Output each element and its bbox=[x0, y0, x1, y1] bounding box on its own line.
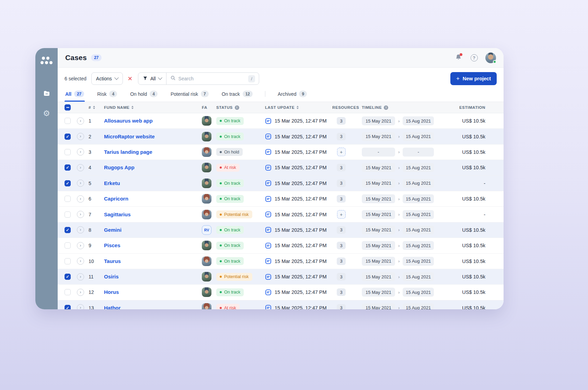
row-checkbox[interactable] bbox=[65, 211, 71, 218]
fund-name-link[interactable]: Sagittarius bbox=[104, 211, 131, 217]
expand-row-button[interactable]: › bbox=[77, 148, 84, 156]
row-checkbox[interactable]: ✓ bbox=[65, 134, 71, 140]
fund-name-link[interactable]: Hathor bbox=[104, 305, 120, 309]
timeline-end-chip[interactable]: 15 Aug 2021 bbox=[403, 163, 434, 172]
expand-row-button[interactable]: › bbox=[77, 133, 84, 140]
timeline-start-chip[interactable]: 15 May 2021 bbox=[362, 194, 395, 203]
note-icon[interactable] bbox=[265, 133, 272, 140]
user-avatar[interactable] bbox=[485, 53, 496, 63]
column-header-num[interactable]: # bbox=[89, 105, 104, 110]
fund-name-link[interactable]: Tarius landing page bbox=[104, 149, 152, 155]
note-icon[interactable] bbox=[265, 118, 272, 124]
note-icon[interactable] bbox=[265, 164, 272, 171]
tab-on-hold[interactable]: On hold4 bbox=[129, 91, 158, 102]
timeline-start-chip[interactable]: - bbox=[362, 148, 395, 157]
timeline-end-chip[interactable]: 15 Aug 2021 bbox=[403, 132, 434, 141]
expand-row-button[interactable]: › bbox=[77, 164, 84, 171]
expand-row-button[interactable]: › bbox=[77, 226, 84, 233]
add-resource-button[interactable]: + bbox=[337, 148, 346, 156]
column-header-fund-name[interactable]: FUND NAME bbox=[104, 105, 202, 110]
select-all-checkbox[interactable] bbox=[65, 104, 71, 111]
timeline-end-chip[interactable]: 15 Aug 2021 bbox=[403, 210, 434, 219]
sidebar-item-settings[interactable]: ⚙ bbox=[40, 106, 54, 120]
expand-row-button[interactable]: › bbox=[77, 289, 84, 296]
timeline-end-chip[interactable]: 15 Aug 2021 bbox=[403, 272, 434, 281]
row-checkbox[interactable] bbox=[65, 258, 71, 264]
timeline-start-chip[interactable]: 15 May 2021 bbox=[362, 303, 395, 309]
expand-row-button[interactable]: › bbox=[77, 273, 84, 280]
timeline-start-chip[interactable]: 15 May 2021 bbox=[362, 226, 395, 234]
app-logo[interactable] bbox=[41, 56, 53, 66]
timeline-end-chip[interactable]: 15 Aug 2021 bbox=[403, 288, 434, 297]
search-input[interactable] bbox=[178, 76, 245, 81]
timeline-end-chip[interactable]: 15 Aug 2021 bbox=[403, 303, 434, 309]
help-button[interactable]: ? bbox=[470, 53, 479, 62]
fund-name-link[interactable]: Pisces bbox=[104, 242, 120, 248]
timeline-start-chip[interactable]: 15 May 2021 bbox=[362, 241, 395, 250]
note-icon[interactable] bbox=[265, 274, 272, 280]
info-icon[interactable]: i bbox=[235, 105, 239, 110]
fund-name-link[interactable]: Allosaurus web app bbox=[104, 118, 153, 124]
row-checkbox[interactable] bbox=[65, 196, 71, 202]
row-checkbox[interactable]: ✓ bbox=[65, 180, 71, 186]
fund-name-link[interactable]: Gemini bbox=[104, 227, 122, 233]
timeline-start-chip[interactable]: 15 May 2021 bbox=[362, 210, 395, 219]
timeline-start-chip[interactable]: 15 May 2021 bbox=[362, 116, 395, 125]
row-checkbox[interactable]: ✓ bbox=[65, 274, 71, 280]
timeline-end-chip[interactable]: 15 Aug 2021 bbox=[403, 226, 434, 234]
timeline-start-chip[interactable]: 15 May 2021 bbox=[362, 257, 395, 266]
fund-name-link[interactable]: MicroRaptor website bbox=[104, 134, 155, 139]
timeline-start-chip[interactable]: 15 May 2021 bbox=[362, 288, 395, 297]
row-checkbox[interactable]: ✓ bbox=[65, 164, 71, 171]
row-checkbox[interactable] bbox=[65, 242, 71, 249]
expand-row-button[interactable]: › bbox=[77, 117, 84, 125]
add-resource-button[interactable]: + bbox=[337, 210, 346, 219]
tab-archived[interactable]: Archived9 bbox=[277, 91, 308, 102]
fund-name-link[interactable]: Osiris bbox=[104, 274, 119, 279]
note-icon[interactable] bbox=[265, 305, 272, 309]
note-icon[interactable] bbox=[265, 242, 272, 249]
note-icon[interactable] bbox=[265, 258, 272, 264]
expand-row-button[interactable]: › bbox=[77, 242, 84, 249]
timeline-start-chip[interactable]: 15 May 2021 bbox=[362, 132, 395, 141]
sidebar-item-projects[interactable] bbox=[40, 87, 54, 100]
clear-selection-button[interactable]: ✕ bbox=[128, 76, 132, 82]
column-header-last-update[interactable]: LAST UPDATE bbox=[265, 105, 332, 110]
tab-all[interactable]: All27 bbox=[65, 91, 85, 102]
notifications-button[interactable] bbox=[454, 53, 463, 62]
timeline-end-chip[interactable]: - bbox=[403, 148, 434, 157]
timeline-end-chip[interactable]: 15 Aug 2021 bbox=[403, 241, 434, 250]
info-icon[interactable]: i bbox=[384, 105, 388, 110]
actions-dropdown-button[interactable]: Actions bbox=[91, 72, 123, 85]
row-checkbox[interactable]: ✓ bbox=[65, 227, 71, 233]
timeline-start-chip[interactable]: 15 May 2021 bbox=[362, 179, 395, 188]
fund-name-link[interactable]: Taurus bbox=[104, 258, 121, 264]
note-icon[interactable] bbox=[265, 196, 272, 202]
row-checkbox[interactable]: ✓ bbox=[65, 305, 71, 309]
fund-name-link[interactable]: Capricorn bbox=[104, 196, 128, 202]
expand-row-button[interactable]: › bbox=[77, 180, 84, 187]
fund-name-link[interactable]: Erketu bbox=[104, 180, 120, 186]
expand-row-button[interactable]: › bbox=[77, 257, 84, 265]
timeline-end-chip[interactable]: 15 Aug 2021 bbox=[403, 179, 434, 188]
note-icon[interactable] bbox=[265, 149, 272, 155]
row-checkbox[interactable] bbox=[65, 149, 71, 155]
note-icon[interactable] bbox=[265, 289, 272, 296]
expand-row-button[interactable]: › bbox=[77, 211, 84, 218]
fund-name-link[interactable]: Rugops App bbox=[104, 164, 135, 170]
new-project-button[interactable]: + New project bbox=[450, 72, 497, 85]
note-icon[interactable] bbox=[265, 211, 272, 218]
note-icon[interactable] bbox=[265, 180, 272, 186]
timeline-start-chip[interactable]: 15 May 2021 bbox=[362, 272, 395, 281]
fund-name-link[interactable]: Horus bbox=[104, 289, 119, 295]
expand-row-button[interactable]: › bbox=[77, 304, 84, 309]
tab-risk[interactable]: Risk4 bbox=[96, 91, 118, 102]
filter-dropdown-button[interactable]: All bbox=[138, 73, 166, 84]
row-checkbox[interactable] bbox=[65, 289, 71, 295]
row-checkbox[interactable] bbox=[65, 118, 71, 124]
timeline-end-chip[interactable]: 15 Aug 2021 bbox=[403, 257, 434, 266]
timeline-start-chip[interactable]: 15 May 2021 bbox=[362, 163, 395, 172]
tab-on-track[interactable]: On track12 bbox=[221, 91, 253, 102]
timeline-end-chip[interactable]: 15 Aug 2021 bbox=[403, 194, 434, 203]
timeline-end-chip[interactable]: 15 Aug 2021 bbox=[403, 116, 434, 125]
